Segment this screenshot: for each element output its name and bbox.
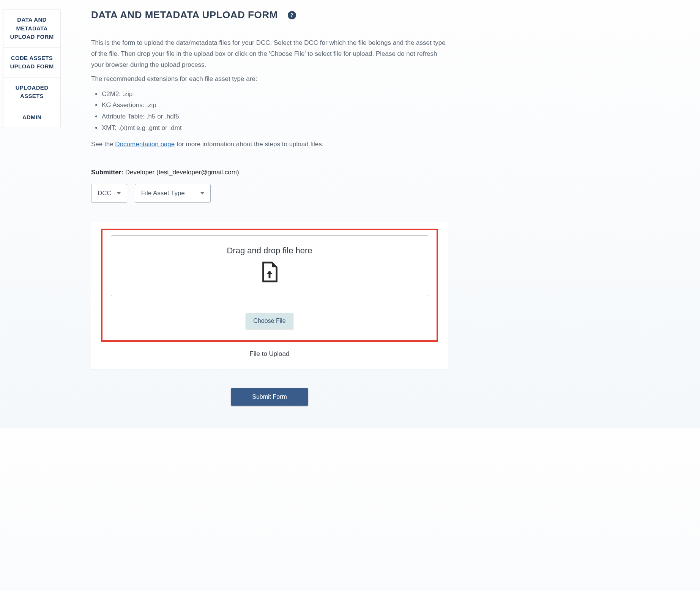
sidebar-item-admin[interactable]: ADMIN	[3, 107, 60, 128]
sidebar-item-uploaded-assets[interactable]: UPLOADED ASSETS	[3, 77, 60, 107]
doc-prefix: See the	[91, 141, 115, 148]
dcc-select-label: DCC	[98, 190, 112, 197]
help-icon[interactable]: ?	[288, 11, 296, 19]
file-to-upload-label: File to Upload	[101, 350, 438, 358]
submitter-name: Developer	[125, 169, 155, 176]
upload-card: Drag and drop file here Choose File File…	[91, 222, 448, 369]
sidebar: DATA AND METADATA UPLOAD FORM CODE ASSET…	[3, 9, 61, 128]
chevron-down-icon	[117, 192, 121, 194]
description-ext-intro: The recommended extensions for each file…	[91, 74, 448, 85]
sidebar-item-code-assets-upload[interactable]: CODE ASSETS UPLOAD FORM	[3, 48, 60, 77]
upload-highlight-frame: Drag and drop file here Choose File	[101, 229, 438, 342]
file-asset-type-select[interactable]: File Asset Type	[135, 184, 211, 203]
page-title: DATA AND METADATA UPLOAD FORM	[91, 9, 278, 21]
file-asset-type-label: File Asset Type	[141, 190, 185, 197]
dropzone-text: Drag and drop file here	[119, 246, 420, 256]
sidebar-item-data-metadata-upload[interactable]: DATA AND METADATA UPLOAD FORM	[3, 9, 60, 48]
extension-item: KG Assertions: .zip	[102, 100, 448, 111]
chevron-down-icon	[200, 192, 204, 194]
submitter-label: Submitter:	[91, 169, 123, 176]
documentation-line: See the Documentation page for more info…	[91, 139, 448, 150]
main-content: DATA AND METADATA UPLOAD FORM ? This is …	[91, 9, 448, 406]
extension-item: C2M2: .zip	[102, 88, 448, 100]
dropzone[interactable]: Drag and drop file here	[111, 235, 428, 296]
description-intro: This is the form to upload the data/meta…	[91, 38, 448, 71]
documentation-link[interactable]: Documentation page	[115, 141, 175, 148]
dcc-select[interactable]: DCC	[91, 184, 127, 203]
extension-item: XMT: .(x)mt e.g .gmt or .dmt	[102, 122, 448, 134]
submit-form-button[interactable]: Submit Form	[231, 388, 308, 406]
submitter-email: test_developer@gmail.com	[159, 169, 237, 176]
choose-file-button[interactable]: Choose File	[246, 313, 293, 329]
doc-suffix: for more information about the steps to …	[175, 141, 323, 148]
extension-item: Attribute Table: .h5 or .hdf5	[102, 111, 448, 122]
file-upload-icon	[119, 261, 420, 284]
extensions-list: C2M2: .zip KG Assertions: .zip Attribute…	[91, 88, 448, 134]
submitter-row: Submitter: Developer (test_developer@gma…	[91, 169, 448, 176]
